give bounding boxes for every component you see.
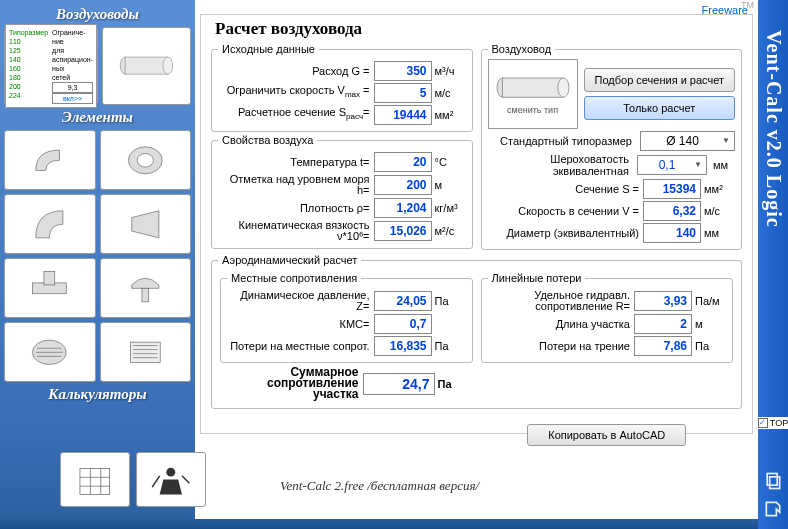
sum-unit: Па bbox=[435, 378, 469, 390]
duct-legend: Воздуховод bbox=[488, 43, 556, 55]
svg-point-24 bbox=[167, 468, 176, 477]
v-unit: м/с bbox=[701, 205, 735, 217]
local-loss-group: Местные сопротивления Динамическое давле… bbox=[220, 272, 473, 363]
rough-dropdown[interactable]: 0,1 bbox=[637, 155, 707, 175]
s-output bbox=[643, 179, 701, 199]
r-label: Удельное гидравл. сопротивление R= bbox=[488, 290, 635, 312]
vmax-unit: м/с bbox=[432, 87, 466, 99]
temp-input[interactable] bbox=[374, 152, 432, 172]
calc-building[interactable] bbox=[60, 452, 130, 507]
alt-unit: м bbox=[432, 179, 466, 191]
round-duct-item[interactable] bbox=[102, 27, 191, 105]
d-label: Диаметр (эквивалентный) bbox=[488, 228, 644, 239]
svg-line-25 bbox=[152, 476, 159, 487]
flow-label: Расход G = bbox=[218, 66, 374, 77]
sum-label: Суммарное сопротивление участка bbox=[224, 367, 363, 400]
page-title: Расчет воздуховода bbox=[209, 19, 744, 39]
main-panel: Расчет воздуховода Исходные данные Расхо… bbox=[200, 14, 753, 434]
d-output bbox=[643, 223, 701, 243]
visc-label: Кинематическая вязкость ν*10⁶= bbox=[218, 220, 374, 242]
flow-input[interactable] bbox=[374, 61, 432, 81]
dens-unit: кг/м³ bbox=[432, 202, 466, 214]
dynp-output bbox=[374, 291, 432, 311]
app-title: Vent-Calc v2.0 Logic bbox=[762, 30, 785, 228]
copy-icon[interactable] bbox=[763, 471, 783, 491]
svg-line-26 bbox=[182, 476, 189, 483]
fric-label: Потери на трение bbox=[488, 341, 635, 352]
alt-input[interactable] bbox=[374, 175, 432, 195]
aero-group: Аэродинамический расчет Местные сопротив… bbox=[211, 254, 742, 409]
tm-label: TM bbox=[741, 0, 754, 10]
kmc-input[interactable] bbox=[374, 314, 432, 334]
duct-type-selector[interactable]: сменить тип bbox=[488, 59, 578, 129]
aero-legend: Аэродинамический расчет bbox=[218, 254, 361, 266]
rough-label: Шероховатость эквивалентная bbox=[488, 153, 638, 177]
vmax-input[interactable] bbox=[374, 83, 432, 103]
ducts-header: Воздуховоды bbox=[4, 6, 191, 23]
elements-header: Элементы bbox=[4, 109, 191, 126]
visc-unit: м²/с bbox=[432, 225, 466, 237]
air-legend: Свойства воздуха bbox=[218, 134, 317, 146]
lin-legend: Линейные потери bbox=[488, 272, 586, 284]
alt-label: Отметка над уровнем моря h= bbox=[218, 174, 374, 196]
coil-item[interactable] bbox=[100, 322, 192, 382]
sum-output bbox=[363, 373, 435, 395]
tee-item[interactable] bbox=[4, 258, 96, 318]
svg-rect-28 bbox=[502, 78, 563, 97]
r-unit: Па/м bbox=[692, 295, 726, 307]
transition-item[interactable] bbox=[100, 194, 192, 254]
input-data-group: Исходные данные Расход G = м³/ч Ограничи… bbox=[211, 43, 473, 132]
copy-autocad-button[interactable]: Копировать в AutoCAD bbox=[527, 424, 686, 446]
temp-unit: °C bbox=[432, 156, 466, 168]
len-unit: м bbox=[692, 318, 726, 330]
len-label: Длина участка bbox=[488, 319, 635, 330]
loss-local-unit: Па bbox=[432, 340, 466, 352]
svg-rect-9 bbox=[142, 288, 149, 302]
s-unit: мм² bbox=[701, 183, 735, 195]
input-legend: Исходные данные bbox=[218, 43, 319, 55]
svg-point-29 bbox=[557, 78, 568, 97]
svg-rect-0 bbox=[767, 474, 777, 486]
loss-local-label: Потери на местные сопрот. bbox=[227, 341, 374, 352]
visc-output bbox=[374, 221, 432, 241]
r-output bbox=[634, 291, 692, 311]
svg-rect-1 bbox=[770, 477, 780, 489]
pick-section-button[interactable]: Подбор сечения и расчет bbox=[584, 68, 736, 92]
dynp-unit: Па bbox=[432, 295, 466, 307]
fric-output bbox=[634, 336, 692, 356]
flow-unit: м³/ч bbox=[432, 65, 466, 77]
calc-engineer[interactable] bbox=[136, 452, 206, 507]
d-unit: мм bbox=[701, 227, 735, 239]
section-output bbox=[374, 105, 432, 125]
right-sidebar: Vent-Calc v2.0 Logic ✓TOP bbox=[758, 0, 788, 529]
section-label: Расчетное сечение Sрасч= bbox=[218, 107, 374, 122]
dynp-label: Динамическое давление, Z= bbox=[227, 290, 374, 312]
svg-rect-8 bbox=[44, 271, 55, 285]
calc-only-button[interactable]: Только расчет bbox=[584, 96, 736, 120]
change-type-label: сменить тип bbox=[507, 105, 558, 115]
export-icon[interactable] bbox=[763, 499, 783, 519]
footer-text: Vent-Calc 2.free /бесплатная версия/ bbox=[280, 478, 479, 494]
svg-rect-3 bbox=[125, 57, 168, 74]
reducer-item[interactable] bbox=[100, 130, 192, 190]
top-toggle[interactable]: ✓TOP bbox=[755, 417, 788, 429]
vmax-label: Ограничить скорость Vmax = bbox=[218, 85, 374, 100]
temp-label: Температура t= bbox=[218, 157, 374, 168]
grille-item[interactable] bbox=[4, 322, 96, 382]
svg-rect-14 bbox=[130, 342, 160, 362]
len-input[interactable] bbox=[634, 314, 692, 334]
svg-rect-19 bbox=[80, 468, 110, 494]
section-unit: мм² bbox=[432, 109, 466, 121]
std-size-dropdown[interactable]: Ø 140 bbox=[640, 131, 735, 151]
loss-local-output bbox=[374, 336, 432, 356]
svg-point-4 bbox=[163, 57, 173, 74]
calcs-header: Калькуляторы bbox=[4, 386, 191, 403]
cap-item[interactable] bbox=[100, 258, 192, 318]
fric-unit: Па bbox=[692, 340, 726, 352]
elbow-item[interactable] bbox=[4, 130, 96, 190]
duct-group: Воздуховод сменить тип Подбор сечения и … bbox=[481, 43, 743, 250]
bend-item[interactable] bbox=[4, 194, 96, 254]
duct-table-item[interactable]: Типоразмер110125140160180200224 Ограниче… bbox=[4, 27, 98, 105]
rough-unit: мм bbox=[707, 159, 735, 171]
bottom-bar bbox=[0, 519, 758, 529]
